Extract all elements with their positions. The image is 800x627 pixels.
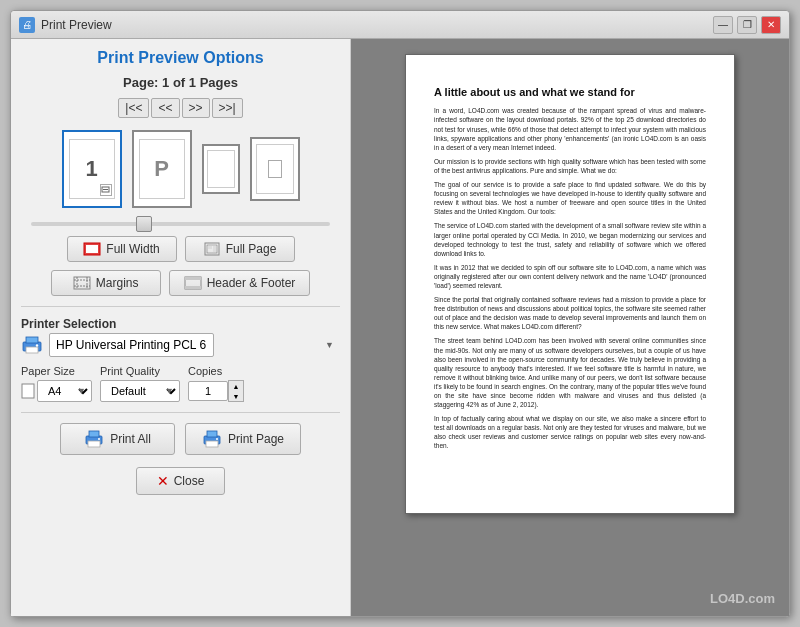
content-area: Print Preview Options Page: 1 of 1 Pages… <box>11 39 789 616</box>
svg-rect-17 <box>26 337 38 343</box>
thumbnail-portrait-2: P <box>132 130 192 208</box>
quality-select-wrapper: Default <box>100 380 180 402</box>
copies-input[interactable] <box>188 381 228 401</box>
right-panel: A little about us and what we stand for … <box>351 39 789 616</box>
paper-quality-copies-row: Paper Size A4 Print Quality Default <box>21 365 340 402</box>
thumbnail-portrait: 1 <box>62 130 122 208</box>
copies-up-button[interactable]: ▲ <box>229 381 243 391</box>
left-panel: Print Preview Options Page: 1 of 1 Pages… <box>11 39 351 616</box>
copies-label: Copies <box>188 365 244 377</box>
thumb-inner-3 <box>207 150 235 188</box>
paper-icon <box>21 383 35 399</box>
full-width-icon <box>83 242 101 256</box>
minimize-button[interactable]: — <box>713 16 733 34</box>
divider-2 <box>21 412 340 413</box>
first-page-button[interactable]: |<< <box>118 98 149 118</box>
print-page-icon <box>202 430 222 448</box>
doc-para-6: The street team behind LO4D.com has been… <box>434 336 706 409</box>
zoom-thumb[interactable] <box>136 216 152 232</box>
full-page-icon <box>203 242 221 256</box>
paper-size-control: A4 <box>21 380 92 402</box>
close-icon: ✕ <box>157 473 169 489</box>
svg-rect-20 <box>22 384 34 398</box>
doc-para-0: In a word, LO4D.com was created because … <box>434 106 706 151</box>
full-page-button[interactable]: Full Page <box>185 236 295 262</box>
doc-para-2: The goal of our service is to provide a … <box>434 180 706 216</box>
page-info: Page: 1 of 1 Pages <box>21 75 340 90</box>
printer-label: Printer Selection <box>21 317 340 331</box>
svg-rect-8 <box>74 277 90 289</box>
page-thumbnail-2[interactable]: P <box>132 130 192 208</box>
doc-para-4: It was in 2012 that we decided to spin o… <box>434 263 706 290</box>
svg-rect-27 <box>206 441 218 447</box>
window-title: Print Preview <box>41 18 112 32</box>
doc-para-5: Since the portal that originally contain… <box>434 295 706 331</box>
page-thumbnail-3[interactable] <box>202 144 240 194</box>
divider-1 <box>21 306 340 307</box>
paper-size-label: Paper Size <box>21 365 92 377</box>
svg-rect-23 <box>88 441 100 447</box>
paper-select-wrapper: A4 <box>37 380 92 402</box>
printer-section: Printer Selection HP Universal Printing … <box>21 317 340 357</box>
view-buttons-row: Full Width Full Page <box>21 236 340 262</box>
copies-down-button[interactable]: ▼ <box>229 391 243 401</box>
print-quality-label: Print Quality <box>100 365 180 377</box>
svg-point-19 <box>36 344 38 346</box>
svg-rect-26 <box>207 431 217 437</box>
paper-size-select[interactable]: A4 <box>37 380 92 402</box>
thumbnails-row: 1 P <box>21 126 340 212</box>
printer-select-row: HP Universal Printing PCL 6 <box>21 333 340 357</box>
close-window-button[interactable]: ✕ <box>761 16 781 34</box>
page-thumbnail-1[interactable]: 1 <box>62 130 122 208</box>
print-all-icon <box>84 430 104 448</box>
print-buttons-row: Print All Print Page <box>21 423 340 455</box>
title-buttons: — ❐ ✕ <box>713 16 781 34</box>
margins-icon <box>73 276 91 290</box>
close-button[interactable]: ✕ Close <box>136 467 226 495</box>
next-page-button[interactable]: >> <box>182 98 210 118</box>
window-icon: 🖨 <box>19 17 35 33</box>
svg-rect-1 <box>103 189 108 190</box>
document-preview: A little about us and what we stand for … <box>405 54 735 514</box>
title-bar: 🖨 Print Preview — ❐ ✕ <box>11 11 789 39</box>
prev-page-button[interactable]: << <box>151 98 179 118</box>
doc-para-3: The service of LO4D.com started with the… <box>434 221 706 257</box>
svg-rect-18 <box>26 347 38 353</box>
full-width-button[interactable]: Full Width <box>67 236 177 262</box>
print-all-button[interactable]: Print All <box>60 423 175 455</box>
close-button-row: ✕ Close <box>21 467 340 495</box>
section-title: Print Preview Options <box>21 49 340 67</box>
print-quality-select[interactable]: Default <box>100 380 180 402</box>
thumb-inner-4 <box>256 144 294 194</box>
title-bar-left: 🖨 Print Preview <box>19 17 112 33</box>
print-page-button[interactable]: Print Page <box>185 423 301 455</box>
thumb-sub-icon <box>268 160 282 178</box>
thumb-label-1: 1 <box>85 156 97 182</box>
printer-icon <box>21 336 43 354</box>
main-window: 🖨 Print Preview — ❐ ✕ Print Preview Opti… <box>10 10 790 617</box>
printer-select[interactable]: HP Universal Printing PCL 6 <box>49 333 214 357</box>
thumb-icon-1 <box>100 184 112 196</box>
svg-rect-22 <box>89 431 99 437</box>
svg-rect-15 <box>185 286 201 289</box>
copies-control: ▲ ▼ <box>188 380 244 402</box>
svg-point-28 <box>216 438 218 440</box>
svg-rect-6 <box>208 246 212 249</box>
header-footer-button[interactable]: Header & Footer <box>169 270 311 296</box>
doc-title: A little about us and what we stand for <box>434 85 706 100</box>
zoom-slider[interactable] <box>31 222 330 226</box>
svg-rect-14 <box>185 277 201 280</box>
margins-button[interactable]: Margins <box>51 270 161 296</box>
print-quality-item: Print Quality Default <box>100 365 180 402</box>
svg-rect-7 <box>213 246 216 252</box>
svg-rect-3 <box>86 245 98 253</box>
header-footer-icon <box>184 276 202 290</box>
thumb-label-2: P <box>139 139 185 199</box>
page-thumbnail-4[interactable] <box>250 137 300 201</box>
restore-button[interactable]: ❐ <box>737 16 757 34</box>
doc-para-7: In top of factually caring about what we… <box>434 414 706 450</box>
printer-select-wrapper: HP Universal Printing PCL 6 <box>49 333 340 357</box>
page-navigation: |<< << >> >>| <box>21 98 340 118</box>
last-page-button[interactable]: >>| <box>212 98 243 118</box>
zoom-slider-row <box>21 220 340 228</box>
